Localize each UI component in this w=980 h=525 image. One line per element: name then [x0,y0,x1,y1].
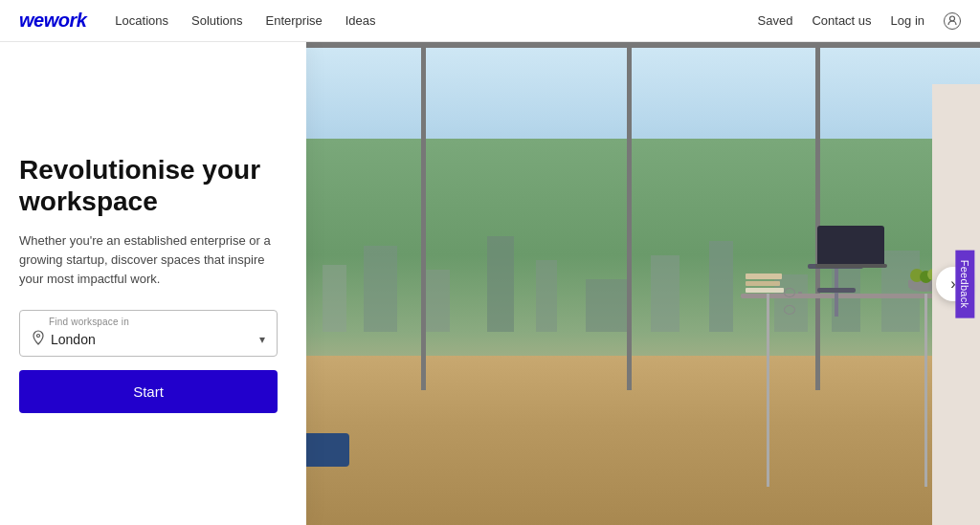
search-row: London ▾ [32,330,265,348]
main-nav: wework Locations Solutions Enterprise Id… [0,0,980,42]
feedback-tab[interactable]: Feedback [956,250,975,317]
user-icon[interactable] [944,12,961,30]
desk-leg-2 [767,294,769,487]
window-frame-1 [421,42,426,390]
start-button[interactable]: Start [19,370,278,413]
nav-contact-link[interactable]: Contact us [812,13,871,28]
nav-link-solutions[interactable]: Solutions [191,13,242,28]
hero-section: Revolutionise your workspace Whether you… [0,42,980,525]
wework-logo[interactable]: wework [19,10,86,32]
glasses-on-desk [784,284,813,295]
search-label: Find workspace in [49,317,129,327]
nav-links: Locations Solutions Enterprise Ideas [115,13,757,28]
svg-point-0 [950,16,955,21]
nav-link-ideas[interactable]: Ideas [345,13,376,28]
desk-books [746,273,784,293]
hero-overlay-panel: Revolutionise your workspace Whether you… [0,42,306,525]
hero-subtitle: Whether you're an established enterprise… [19,231,278,289]
nav-login-link[interactable]: Log in [891,13,924,28]
hero-title: Revolutionise your workspace [19,154,278,218]
desk-laptop [817,226,884,269]
nav-link-locations[interactable]: Locations [115,13,168,28]
window-frame-2 [627,42,632,390]
window-frame-3 [815,42,820,390]
nav-link-enterprise[interactable]: Enterprise [266,13,323,28]
svg-point-1 [37,335,40,338]
location-icon [32,330,45,348]
search-box[interactable]: Find workspace in London ▾ [19,310,278,357]
desk-leg-1 [924,294,927,487]
location-input[interactable]: London [51,332,259,347]
dropdown-chevron-icon[interactable]: ▾ [259,333,265,346]
nav-right: Saved Contact us Log in [758,12,961,30]
nav-saved-link[interactable]: Saved [758,13,793,28]
